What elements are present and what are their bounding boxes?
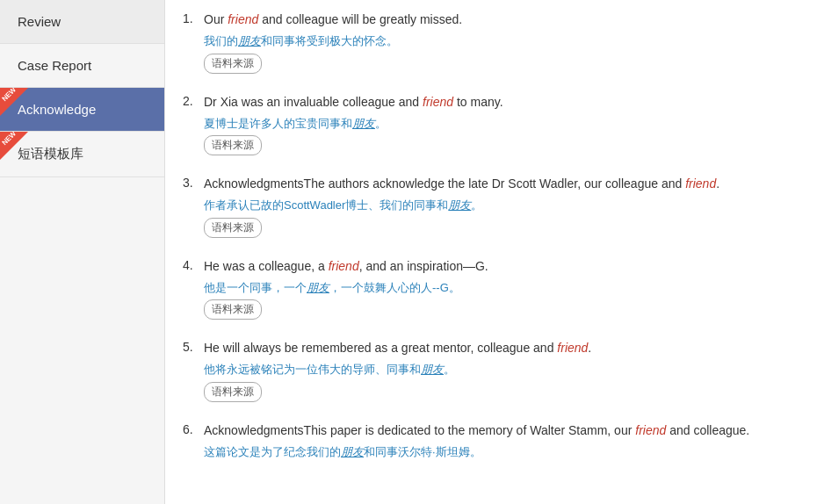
result-item-2: 2. Dr Xia was an invaluable colleague an… (183, 93, 799, 160)
result-text-3: AcknowledgmentsThe authors acknowledge t… (204, 175, 799, 193)
result-translation-5: 他将永远被铭记为一位伟大的导师、同事和朋友。 (204, 361, 799, 378)
source-button-2[interactable]: 语料来源 (204, 135, 262, 155)
result-translation-keyword-3: 朋友 (448, 198, 471, 212)
sidebar-item-case-report[interactable]: Case Report (0, 44, 164, 88)
result-translation-keyword-1: 朋友 (238, 34, 261, 47)
result-keyword-3: friend (685, 176, 716, 191)
result-text-5: He will always be remembered as a great … (204, 339, 799, 357)
result-row-4: 4. He was a colleague, a friend, and an … (183, 257, 799, 276)
result-item-5: 5. He will always be remembered as a gre… (183, 339, 799, 406)
result-translation-4: 他是一个同事，一个朋友，一个鼓舞人心的人--G。 (204, 279, 799, 297)
result-row-2: 2. Dr Xia was an invaluable colleague an… (183, 93, 799, 112)
result-keyword-5: friend (557, 341, 588, 355)
result-item-4: 4. He was a colleague, a friend, and an … (183, 257, 799, 324)
result-text-4: He was a colleague, a friend, and an ins… (204, 257, 799, 276)
result-text-6: AcknowledgmentsThis paper is dedicated t… (204, 421, 799, 440)
result-item-6: 6. AcknowledgmentsThis paper is dedicate… (183, 421, 799, 461)
result-translation-3: 作者承认已故的ScottWadler博士、我们的同事和朋友。 (204, 197, 799, 214)
sidebar-item-review-label: Review (18, 14, 61, 29)
result-keyword-2: friend (423, 95, 453, 109)
source-button-3[interactable]: 语料来源 (204, 218, 262, 238)
result-index-4: 4. (183, 257, 204, 272)
result-translation-keyword-5: 朋友 (421, 363, 444, 376)
result-index-3: 3. (183, 175, 204, 190)
result-index-2: 2. (183, 93, 204, 108)
main-content: 1. Our friend and colleague will be grea… (165, 0, 817, 504)
result-translation-keyword-4: 朋友 (307, 281, 329, 294)
result-text-2: Dr Xia was an invaluable colleague and f… (204, 93, 799, 112)
sidebar: Review Case Report NEW Acknowledge NEW 短… (0, 0, 165, 504)
result-translation-1: 我们的朋友和同事将受到极大的怀念。 (204, 32, 799, 50)
result-index-5: 5. (183, 339, 204, 354)
sidebar-item-acknowledge-label: Acknowledge (18, 102, 96, 117)
sidebar-item-review[interactable]: Review (0, 0, 164, 44)
result-keyword-6: friend (635, 423, 666, 437)
result-row-5: 5. He will always be remembered as a gre… (183, 339, 799, 357)
result-keyword-1: friend (228, 12, 258, 26)
result-item-3: 3. AcknowledgmentsThe authors acknowledg… (183, 175, 799, 241)
result-translation-keyword-6: 朋友 (341, 445, 364, 458)
result-item-1: 1. Our friend and colleague will be grea… (183, 11, 799, 77)
source-button-1[interactable]: 语料来源 (204, 54, 262, 74)
result-index-1: 1. (183, 11, 204, 25)
sidebar-item-case-report-label: Case Report (18, 58, 91, 73)
result-index-6: 6. (183, 421, 204, 436)
result-translation-keyword-2: 朋友 (352, 117, 375, 130)
new-badge-acknowledge: NEW (0, 88, 28, 116)
result-keyword-4: friend (329, 259, 359, 273)
source-button-5[interactable]: 语料来源 (204, 382, 262, 402)
sidebar-item-phrase-library[interactable]: NEW 短语模板库 (0, 132, 164, 177)
result-row-3: 3. AcknowledgmentsThe authors acknowledg… (183, 175, 799, 193)
result-translation-2: 夏博士是许多人的宝贵同事和朋友。 (204, 115, 799, 133)
result-row-1: 1. Our friend and colleague will be grea… (183, 11, 799, 29)
result-row-6: 6. AcknowledgmentsThis paper is dedicate… (183, 421, 799, 440)
sidebar-item-acknowledge[interactable]: NEW Acknowledge (0, 88, 164, 132)
result-translation-6: 这篇论文是为了纪念我们的朋友和同事沃尔特·斯坦姆。 (204, 443, 799, 461)
new-badge-phrase: NEW (0, 132, 28, 160)
result-text-1: Our friend and colleague will be greatly… (204, 11, 799, 29)
source-button-4[interactable]: 语料来源 (204, 299, 262, 320)
